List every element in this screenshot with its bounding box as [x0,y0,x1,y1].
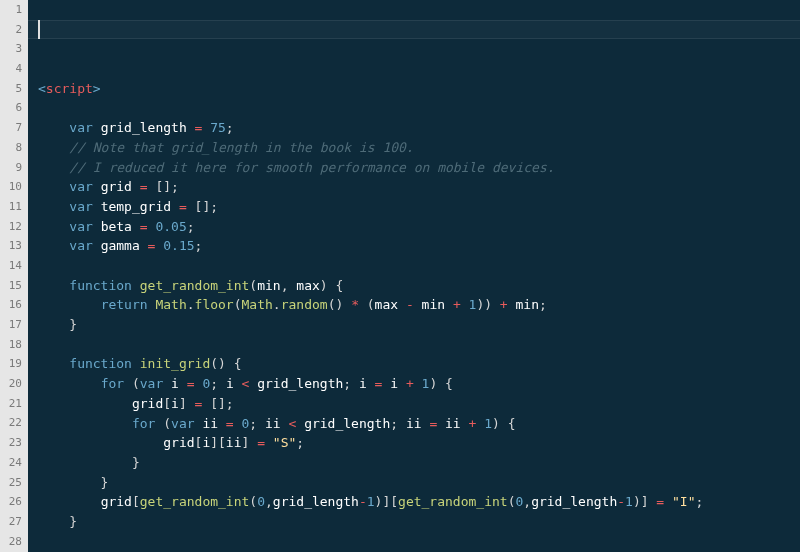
token: - [359,494,367,509]
code-line[interactable]: } [38,315,800,335]
token [38,238,69,253]
token: ) { [320,278,343,293]
token: 1 [484,416,492,431]
token: min [422,297,445,312]
token: ) { [492,416,515,431]
token: ][ [210,435,226,450]
token: // I reduced it here for smooth performa… [69,160,554,175]
token: grid [163,435,194,450]
line-number: 1 [0,0,22,20]
token: 0.15 [163,238,194,253]
token: [ [163,396,171,411]
token: grid [101,494,132,509]
code-line[interactable]: } [38,512,800,532]
active-line-highlight [28,20,800,40]
code-line[interactable] [38,256,800,276]
code-line[interactable] [38,532,800,552]
code-line[interactable]: // I reduced it here for smooth performa… [38,158,800,178]
code-line[interactable]: function init_grid() { [38,354,800,374]
token [38,494,101,509]
code-line[interactable]: function get_random_int(min, max) { [38,276,800,296]
token: var [171,416,194,431]
token: ii [445,416,461,431]
token [93,238,101,253]
code-line[interactable]: for (var i = 0; i < grid_length; i = i +… [38,374,800,394]
token [218,416,226,431]
token: , [281,278,297,293]
code-line[interactable]: grid[get_random_int(0,grid_length-1)][ge… [38,492,800,512]
token: = [656,494,664,509]
token [38,297,101,312]
text-cursor [38,20,40,40]
token: init_grid [140,356,210,371]
token: = [257,435,265,450]
token: ] [179,396,195,411]
code-line[interactable]: return Math.floor(Math.random() * (max -… [38,295,800,315]
token: ; [249,416,265,431]
token [265,435,273,450]
token [93,219,101,234]
token: - [617,494,625,509]
token: ; [195,238,203,253]
token [398,297,406,312]
token: "I" [672,494,695,509]
code-line[interactable]: } [38,473,800,493]
code-line[interactable]: grid[i][ii] = "S"; [38,433,800,453]
token [664,494,672,509]
token: )) [476,297,499,312]
token: function [69,278,132,293]
token: , [523,494,531,509]
token: i [171,376,179,391]
code-line[interactable]: <script> [38,79,800,99]
line-number: 10 [0,177,22,197]
token [163,376,171,391]
token: grid_length [101,120,187,135]
code-line[interactable]: for (var ii = 0; ii < grid_length; ii = … [38,414,800,434]
token: var [69,179,92,194]
token: ) { [429,376,452,391]
code-area[interactable]: <script> var grid_length = 75; // Note t… [28,0,800,552]
token [437,416,445,431]
code-line[interactable] [38,99,800,119]
token: beta [101,219,132,234]
token: . [187,297,195,312]
code-line[interactable]: var grid = []; [38,177,800,197]
token: ; [296,435,304,450]
code-editor[interactable]: 1234567891011121314151617181920212223242… [0,0,800,552]
token: for [132,416,155,431]
token: ( [359,297,375,312]
token: ; [210,376,226,391]
line-number: 16 [0,295,22,315]
code-line[interactable]: } [38,453,800,473]
line-number: 2 [0,20,22,40]
line-number: 8 [0,138,22,158]
token: script [46,81,93,96]
token: grid_length [257,376,343,391]
line-number: 14 [0,256,22,276]
code-line[interactable]: var beta = 0.05; [38,217,800,237]
token: min [257,278,280,293]
token: < [38,81,46,96]
token: i [390,376,398,391]
token: function [69,356,132,371]
line-number: 25 [0,473,22,493]
token [249,376,257,391]
code-line[interactable]: var grid_length = 75; [38,118,800,138]
token [476,416,484,431]
token [445,297,453,312]
code-line[interactable]: // Note that grid_length in the book is … [38,138,800,158]
token: > [93,81,101,96]
code-line[interactable]: grid[i] = []; [38,394,800,414]
token: // Note that grid_length in the book is … [69,140,413,155]
token [38,140,69,155]
token: grid_length [273,494,359,509]
token: var [140,376,163,391]
token: var [69,219,92,234]
code-line[interactable]: var temp_grid = []; [38,197,800,217]
token: ; [343,376,359,391]
token: ii [202,416,218,431]
code-line[interactable] [38,335,800,355]
code-line[interactable]: var gamma = 0.15; [38,236,800,256]
line-number: 21 [0,394,22,414]
line-number: 22 [0,413,22,433]
